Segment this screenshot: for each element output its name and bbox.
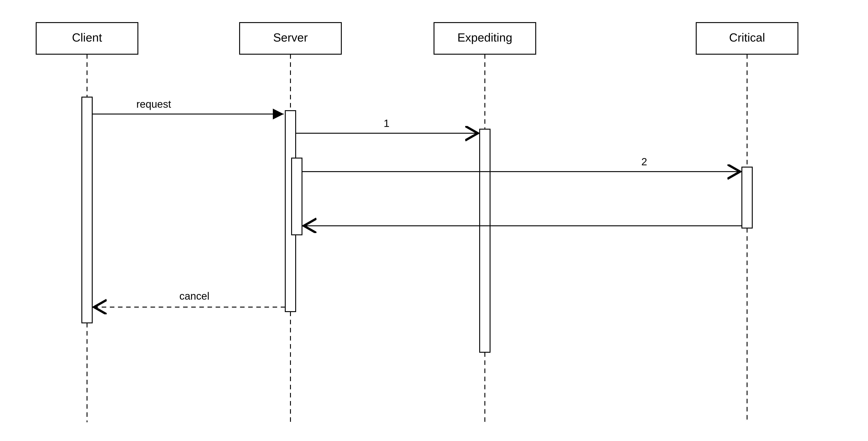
message-1: 1: [296, 117, 478, 133]
participant-server-label: Server: [273, 31, 308, 44]
message-2: 2: [302, 156, 740, 172]
message-cancel: cancel: [94, 290, 285, 307]
activation-expediting: [480, 129, 490, 352]
message-request-label: request: [136, 98, 171, 110]
message-cancel-label: cancel: [180, 290, 210, 302]
participant-critical-label: Critical: [729, 31, 765, 44]
sequence-diagram: Client Server Expediting Critical reques…: [0, 0, 868, 441]
participant-expediting-label: Expediting: [458, 31, 513, 44]
message-2-label: 2: [641, 156, 647, 168]
participant-client-label: Client: [72, 31, 102, 44]
message-request: request: [92, 98, 284, 114]
message-1-label: 1: [383, 117, 390, 129]
activation-critical: [742, 167, 752, 228]
activation-server-nested: [291, 158, 302, 235]
activation-client: [82, 97, 92, 323]
